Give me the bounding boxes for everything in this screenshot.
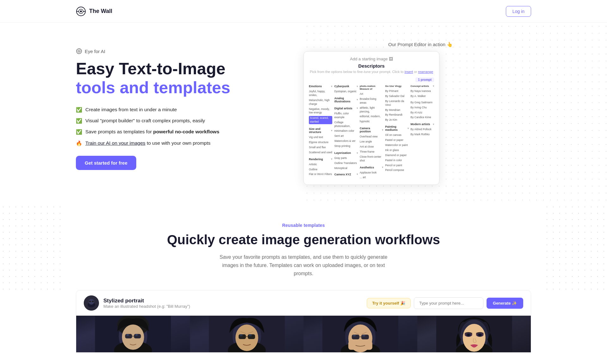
templates-label: Reusable templates bbox=[76, 223, 531, 228]
cat-photorealism: photo-realism Measure of bbox=[360, 85, 383, 90]
svg-rect-43 bbox=[348, 341, 372, 350]
templates-section: Reusable templates Quickly create image … bbox=[0, 204, 607, 290]
feature-text-1: Create images from text in under a minut… bbox=[85, 106, 177, 113]
cat-concept: Concept artists ▾ bbox=[411, 85, 434, 88]
descriptor-col-emotions: Emotions ▾ Joyful, happy, smiles, Melanc… bbox=[309, 85, 332, 179]
login-button[interactable]: Log in bbox=[506, 6, 531, 17]
generate-button[interactable]: Generate ✨ bbox=[487, 298, 523, 309]
logo-text: The Wall bbox=[89, 8, 112, 15]
check-icon-1: ✅ bbox=[76, 106, 82, 113]
descriptor-col-artists: Go Use Vingy By Primant By Salvador Dal … bbox=[385, 85, 408, 179]
feature-item-4: 🔥 Train our AI on your images to use wit… bbox=[76, 140, 304, 147]
cat-camera-xyz: Camera XYZ ▾ bbox=[334, 173, 358, 176]
face-svg-2 bbox=[190, 316, 304, 352]
svg-point-47 bbox=[353, 335, 356, 337]
svg-point-59 bbox=[467, 334, 469, 336]
descriptors-title: Descriptors bbox=[309, 63, 434, 69]
svg-point-60 bbox=[479, 334, 481, 336]
portrait-img-2 bbox=[190, 316, 304, 352]
eye-for-ai-label: Eye for AI bbox=[76, 48, 304, 54]
svg-point-2 bbox=[80, 10, 82, 12]
portrait-name: Stylized portrait bbox=[103, 298, 362, 304]
prompt-editor-emoji: 👆 bbox=[447, 42, 453, 47]
portrait-img-4 bbox=[417, 316, 531, 352]
cat-emotions: Emotions ▾ bbox=[309, 85, 332, 88]
portrait-section: Stylized portrait Make an illustrated he… bbox=[0, 290, 607, 353]
cat-rendering: Rendering ▾ bbox=[309, 158, 332, 161]
add-image-label: Add a starting image 🖼 bbox=[309, 57, 434, 61]
get-started-button[interactable]: Get started for free bbox=[76, 156, 136, 170]
portrait-img-3 bbox=[304, 316, 417, 352]
cat-layerization: Layerization ▾ bbox=[334, 151, 358, 155]
check-icon-3: ✅ bbox=[76, 129, 82, 136]
svg-point-48 bbox=[362, 335, 365, 337]
dot-pattern-right bbox=[544, 204, 607, 290]
svg-point-7 bbox=[79, 51, 80, 52]
templates-title: Quickly create image generation workflow… bbox=[76, 232, 531, 247]
descriptor-col-cyberpunk: Cyberpunk ▾ Dystopian, organic Analog il… bbox=[334, 85, 358, 179]
hero-left: Eye for AI Easy Text-to-Image tools and … bbox=[76, 42, 304, 185]
descriptor-col-photorealism: photo-realism Measure of Art Brutalist l… bbox=[360, 85, 383, 179]
feature-item-3: ✅ Save prompts as templates for powerful… bbox=[76, 128, 304, 136]
portrait-desc: Make an illustrated headshot (e.g: "Bill… bbox=[103, 304, 362, 309]
svg-rect-13 bbox=[89, 301, 91, 302]
portrait-images-strip bbox=[76, 316, 531, 352]
try-it-button[interactable]: Try it yourself 🎉 bbox=[367, 298, 411, 308]
save-prompt-btn-area: 1 prompt bbox=[309, 77, 434, 82]
hero-title-purple: tools and templates bbox=[76, 78, 304, 97]
feature-item-1: ✅ Create images from text in under a min… bbox=[76, 106, 304, 113]
insert-link[interactable]: insert bbox=[405, 70, 413, 74]
cat-camera-pos: Camera position ▾ bbox=[360, 127, 383, 133]
templates-section-inner: Reusable templates Quickly create image … bbox=[76, 223, 531, 277]
portrait-img-1 bbox=[76, 316, 190, 352]
templates-desc: Save your favorite prompts as templates,… bbox=[215, 253, 392, 277]
prompt-input[interactable] bbox=[414, 297, 483, 309]
cat-go-use: Go Use Vingy bbox=[385, 85, 408, 88]
features-list: ✅ Create images from text in under a min… bbox=[76, 106, 304, 147]
cat-modern-artists: Modern artists ▾ bbox=[411, 123, 434, 126]
rearrange-link[interactable]: rearrange bbox=[418, 70, 433, 74]
hero-right: Our Prompt Editor in action👆 Add a start… bbox=[304, 42, 531, 185]
face-svg-4 bbox=[417, 316, 531, 352]
cat-cyberpunk: Cyberpunk ▾ bbox=[334, 85, 358, 88]
cat-size: Size and structure ▾ bbox=[309, 127, 332, 134]
svg-point-24 bbox=[126, 334, 129, 336]
eye-icon bbox=[76, 48, 82, 54]
feature-text-3: Save prompts as templates for powerful n… bbox=[85, 128, 219, 135]
hero-right-content: Our Prompt Editor in action👆 Add a start… bbox=[304, 42, 531, 185]
cat-aesthetics: Aesthetics ▾ bbox=[360, 166, 383, 169]
cat-digital: Digital artists ▾ bbox=[334, 107, 358, 110]
hero-title-black: Easy Text-to-Image bbox=[76, 59, 304, 78]
descriptor-col-modern: Concept artists ▾ By Naya Ivanova By A. … bbox=[411, 85, 434, 179]
portrait-actions: Try it yourself 🎉 Generate ✨ bbox=[367, 297, 523, 309]
prompt-editor-label: Our Prompt Editor in action👆 bbox=[310, 42, 531, 47]
portrait-avatar bbox=[84, 295, 99, 311]
feature-text-2: Visual "prompt builder" to craft complex… bbox=[85, 117, 205, 124]
cat-analog: Analog illustrations ▾ bbox=[334, 97, 358, 103]
portrait-header: Stylized portrait Make an illustrated he… bbox=[76, 290, 531, 316]
dot-pattern-left bbox=[0, 204, 63, 290]
avatar-svg bbox=[84, 295, 99, 311]
portrait-info: Stylized portrait Make an illustrated he… bbox=[103, 298, 362, 309]
svg-point-25 bbox=[135, 334, 138, 336]
header: The Wall Log in bbox=[0, 0, 607, 23]
face-svg-3 bbox=[304, 316, 417, 352]
hero-section: Eye for AI Easy Text-to-Image tools and … bbox=[0, 23, 607, 204]
portrait-card: Stylized portrait Make an illustrated he… bbox=[76, 290, 531, 353]
cat-painting: Painting mediums ▾ bbox=[385, 125, 408, 131]
face-svg-1 bbox=[76, 316, 190, 352]
check-icon-2: ✅ bbox=[76, 118, 82, 124]
fire-icon: 🔥 bbox=[76, 140, 82, 147]
logo-icon bbox=[76, 6, 86, 16]
train-link[interactable]: Train our AI on your images bbox=[85, 140, 145, 146]
svg-rect-14 bbox=[92, 301, 94, 302]
descriptor-grid: Emotions ▾ Joyful, happy, smiles, Melanc… bbox=[309, 85, 434, 179]
descriptors-subtitle: Pick from the options below to fine-tune… bbox=[309, 70, 434, 74]
svg-point-35 bbox=[239, 334, 242, 337]
prompt-editor-mockup: Add a starting image 🖼 Descriptors Pick … bbox=[304, 51, 439, 185]
feature-text-4: Train our AI on your images to use with … bbox=[85, 140, 211, 147]
svg-point-36 bbox=[248, 334, 252, 337]
save-badge: 1 prompt bbox=[415, 77, 434, 82]
feature-item-2: ✅ Visual "prompt builder" to craft compl… bbox=[76, 117, 304, 124]
header-logo-group: The Wall bbox=[76, 6, 112, 16]
